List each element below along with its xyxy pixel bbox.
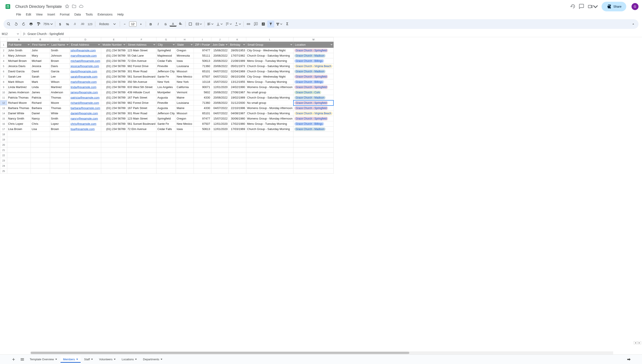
cell[interactable] <box>31 158 50 163</box>
cell[interactable]: Johnson <box>50 53 70 58</box>
currency-icon[interactable]: $ <box>56 20 64 28</box>
cell[interactable] <box>228 168 246 174</box>
filter-dropdown-icon[interactable] <box>153 44 155 46</box>
share-button[interactable]: Share <box>602 2 626 11</box>
cell[interactable]: 12/01/2020 <box>211 84 228 90</box>
cell[interactable]: Minnesota <box>176 53 194 58</box>
cell[interactable] <box>211 142 228 148</box>
cell[interactable] <box>31 168 50 174</box>
row-header-17[interactable]: 17 <box>0 126 7 132</box>
cell[interactable]: (01) 234 56789 <box>101 84 126 90</box>
cell[interactable]: Augusta <box>156 106 176 111</box>
column-title[interactable]: Street Address <box>126 42 156 48</box>
cell[interactable] <box>50 163 70 168</box>
filter-dropdown-icon[interactable] <box>173 44 175 46</box>
cell[interactable]: New York <box>176 79 194 84</box>
cell[interactable]: Mens Group - Tuesday Morning <box>246 79 294 84</box>
cell[interactable] <box>294 163 334 168</box>
cell[interactable]: Jessica Davis <box>7 64 31 69</box>
column-title[interactable]: ZIP / Posta <box>194 42 211 48</box>
cell[interactable] <box>194 163 211 168</box>
row-header-6[interactable]: 6 <box>0 69 7 74</box>
cell[interactable]: Mens Group - Tuesday Morning <box>246 58 294 64</box>
cell[interactable]: john@example.com <box>70 48 101 53</box>
cell[interactable]: Martinez <box>50 84 70 90</box>
cell[interactable]: (01) 234 56789 <box>101 58 126 64</box>
cell[interactable] <box>156 163 176 168</box>
cell[interactable]: Sante Fe <box>156 121 176 126</box>
chevron-down-icon[interactable] <box>55 359 57 360</box>
cell[interactable] <box>126 142 156 148</box>
cell[interactable]: 90071 <box>194 84 211 90</box>
cell[interactable]: 561 Sunset Boulevard <box>126 121 156 126</box>
cell[interactable]: Church Group - Saturday Morning <box>246 53 294 58</box>
cell[interactable] <box>7 163 31 168</box>
sheet-tab-staff[interactable]: Staff <box>82 356 96 363</box>
chevron-down-icon[interactable] <box>114 359 116 360</box>
row-header-20[interactable]: 20 <box>0 142 7 148</box>
col-header-H[interactable]: H <box>176 37 194 42</box>
cell[interactable]: Springfield <box>156 116 176 121</box>
chevron-down-icon[interactable] <box>160 359 162 360</box>
cell[interactable]: Maine <box>176 106 194 111</box>
cell[interactable]: 561 Sunset Boulevard <box>126 74 156 79</box>
cell[interactable]: Grace Church - Billings <box>294 58 334 64</box>
percent-icon[interactable]: % <box>64 20 71 28</box>
tab-scroll-buttons[interactable]: ◄► <box>634 341 641 344</box>
cell[interactable]: New Mexico <box>176 121 194 126</box>
row-header-3[interactable]: 3 <box>0 53 7 58</box>
sheet-tab-locations[interactable]: Locations <box>119 356 140 363</box>
cell[interactable]: Nancy Smith <box>7 116 31 121</box>
cell[interactable]: Lisa <box>31 126 50 132</box>
cell[interactable]: Grace Church - Virginia Beach <box>294 111 334 116</box>
sheet-tab-volunteers[interactable]: Volunteers <box>96 356 118 363</box>
menu-tools[interactable]: Tools <box>84 11 95 18</box>
cell[interactable]: (01) 234 56789 <box>101 95 126 100</box>
cell[interactable]: 982 Forest Drive <box>126 100 156 106</box>
cell[interactable] <box>176 132 194 137</box>
cell[interactable]: 15/06/2022 <box>211 48 228 53</box>
row-header-19[interactable]: 19 <box>0 137 7 142</box>
cell[interactable]: 71360 <box>194 64 211 69</box>
filter-dropdown-icon[interactable] <box>47 44 49 46</box>
cell[interactable]: 4330 <box>194 95 211 100</box>
cell[interactable]: 20/06/2022 <box>211 95 228 100</box>
cell[interactable]: david@example.com <box>70 69 101 74</box>
search-icon[interactable] <box>5 20 12 28</box>
star-icon[interactable] <box>65 4 69 9</box>
cell[interactable]: mary@example.com <box>70 53 101 58</box>
cell[interactable]: 20/06/2022 <box>211 90 228 95</box>
cell[interactable] <box>294 168 334 174</box>
filter-views-icon[interactable] <box>275 20 284 28</box>
cell[interactable]: Richard Moore <box>7 100 31 106</box>
cell[interactable]: 17/02/1980 <box>228 121 246 126</box>
cell[interactable]: Davis <box>50 64 70 69</box>
print-icon[interactable] <box>28 20 34 28</box>
cell[interactable]: (01) 234 56789 <box>101 64 126 69</box>
menu-extensions[interactable]: Extensions <box>95 11 114 18</box>
cell[interactable]: (01) 234 56789 <box>101 106 126 111</box>
filter-dropdown-icon[interactable] <box>330 44 332 46</box>
chevron-down-icon[interactable] <box>76 359 78 360</box>
cell[interactable]: Mark Wilson <box>7 79 31 84</box>
cell[interactable]: Vermont <box>176 90 194 95</box>
cell[interactable]: 71360 <box>194 100 211 106</box>
explore-button[interactable] <box>626 356 632 363</box>
cell[interactable] <box>246 132 294 137</box>
cell[interactable] <box>156 132 176 137</box>
cell[interactable]: (01) 234 56789 <box>101 69 126 74</box>
borders-icon[interactable] <box>187 20 194 28</box>
cell[interactable]: Womens Group - Monday Afternoon <box>246 84 294 90</box>
row-header-23[interactable]: 23 <box>0 158 7 163</box>
cell[interactable]: Daniel White <box>7 111 31 116</box>
cell[interactable] <box>194 158 211 163</box>
cell[interactable]: Montpelier <box>156 90 176 95</box>
cell[interactable] <box>31 153 50 158</box>
cell[interactable]: 04/07/2022 <box>211 74 228 79</box>
cell[interactable] <box>156 148 176 153</box>
cell[interactable] <box>176 163 194 168</box>
cell[interactable]: 5602 <box>194 90 211 95</box>
cell[interactable]: Grace Church - Springfield <box>294 106 334 111</box>
cell[interactable]: Lee <box>50 74 70 79</box>
cell[interactable]: 12/01/2020 <box>211 121 228 126</box>
